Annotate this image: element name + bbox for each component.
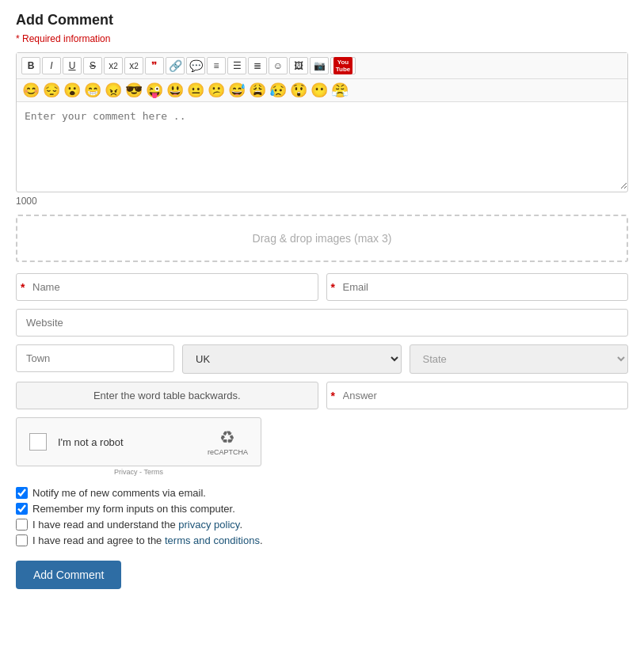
editor-container: B I U S x2 x2 ❞ 🔗 💬 ≡ ☰ ≣ ☺ 🖼 📷 YouTube … [16, 52, 628, 192]
strikethrough-button[interactable]: S [83, 57, 102, 74]
image-button[interactable]: 🖼 [289, 57, 308, 74]
terms-link[interactable]: terms and conditions [165, 534, 260, 546]
captcha-privacy-link[interactable]: Privacy [114, 468, 138, 476]
privacy-label: I have read and understand the privacy p… [32, 519, 242, 531]
captcha-label: I'm not a robot [58, 436, 124, 448]
captcha-box[interactable]: I'm not a robot ♻ reCAPTCHA [16, 417, 261, 466]
emoji-btn[interactable]: 😃 [166, 82, 185, 98]
align-button[interactable]: ≡ [207, 57, 226, 74]
captcha-terms-link[interactable]: Terms [143, 468, 163, 476]
notify-checkbox-item: Notify me of new comments via email. [16, 487, 628, 499]
email-required-star: * [331, 281, 335, 294]
country-field: UK US Canada Australia Germany France Ot… [182, 344, 402, 374]
emoji-btn[interactable]: 😁 [83, 82, 102, 98]
drop-zone[interactable]: Drag & drop images (max 3) [16, 215, 628, 262]
speech-button[interactable]: 💬 [186, 57, 205, 74]
emoji-btn[interactable]: 😕 [207, 82, 226, 98]
subscript-button[interactable]: x2 [124, 57, 143, 74]
challenge-text: Enter the word table backwards. [16, 382, 318, 409]
name-input[interactable] [16, 273, 318, 301]
bold-button[interactable]: B [21, 57, 40, 74]
unordered-list-button[interactable]: ☰ [227, 57, 246, 74]
quote-button[interactable]: ❞ [145, 57, 164, 74]
toolbar: B I U S x2 x2 ❞ 🔗 💬 ≡ ☰ ≣ ☺ 🖼 📷 YouTube [17, 53, 627, 79]
remember-checkbox[interactable] [16, 503, 28, 515]
captcha-checkbox[interactable] [29, 433, 47, 451]
photo-button[interactable]: 📷 [310, 57, 329, 74]
comment-textarea[interactable] [17, 102, 627, 189]
privacy-policy-link[interactable]: privacy policy [178, 519, 239, 531]
emoji-btn[interactable]: 😲 [289, 82, 308, 98]
terms-label: I have read and agree to the terms and c… [32, 534, 263, 546]
state-field: State Alabama Alaska Arizona California … [410, 344, 629, 374]
remember-checkbox-item: Remember my form inputs on this computer… [16, 503, 628, 515]
youtube-button[interactable]: YouTube [330, 57, 356, 74]
emoticon-button[interactable]: ☺ [269, 57, 288, 74]
notify-checkbox[interactable] [16, 487, 28, 499]
captcha-logo: ♻ reCAPTCHA [208, 428, 248, 456]
state-select[interactable]: State Alabama Alaska Arizona California … [410, 344, 629, 374]
answer-required-star: * [331, 390, 335, 402]
town-field [16, 344, 174, 374]
remember-label: Remember my form inputs on this computer… [32, 503, 235, 515]
emoji-btn[interactable]: 😐 [186, 82, 205, 98]
country-select[interactable]: UK US Canada Australia Germany France Ot… [182, 344, 402, 374]
name-email-row: * * [16, 273, 628, 301]
superscript-button[interactable]: x2 [104, 57, 123, 74]
emoji-btn[interactable]: 😩 [248, 82, 267, 98]
email-field: * [326, 273, 629, 301]
checkboxes-section: Notify me of new comments via email. Rem… [16, 487, 628, 546]
emoji-btn[interactable]: 😎 [124, 82, 143, 98]
answer-field: * [326, 382, 629, 409]
emoji-btn[interactable]: 😜 [145, 82, 164, 98]
captcha-icon: ♻ [219, 428, 235, 448]
terms-checkbox-item: I have read and agree to the terms and c… [16, 534, 628, 546]
emoji-btn[interactable]: 😶 [310, 82, 329, 98]
emoji-btn[interactable]: 😥 [269, 82, 288, 98]
challenge-field: Enter the word table backwards. [16, 382, 318, 409]
captcha-brand: reCAPTCHA [208, 448, 248, 456]
drop-zone-label: Drag & drop images (max 3) [253, 232, 392, 245]
ordered-list-button[interactable]: ≣ [248, 57, 267, 74]
emoji-btn[interactable]: 😤 [330, 82, 349, 98]
captcha-row: I'm not a robot ♻ reCAPTCHA Privacy - Te… [16, 417, 628, 476]
page-title: Add Comment [16, 12, 628, 29]
underline-button[interactable]: U [63, 57, 82, 74]
italic-button[interactable]: I [42, 57, 61, 74]
privacy-checkbox[interactable] [16, 519, 28, 531]
emoji-btn[interactable]: 😔 [42, 82, 61, 98]
char-count: 1000 [16, 196, 628, 207]
emoji-btn[interactable]: 😠 [104, 82, 123, 98]
town-input[interactable] [16, 344, 174, 372]
name-required-star: * [21, 281, 25, 294]
privacy-checkbox-item: I have read and understand the privacy p… [16, 519, 628, 531]
emoji-btn[interactable]: 😅 [227, 82, 246, 98]
emoji-btn[interactable]: 😊 [21, 82, 40, 98]
add-comment-button[interactable]: Add Comment [16, 561, 121, 589]
required-info: * Required information [16, 33, 628, 44]
answer-input[interactable] [326, 382, 629, 409]
terms-checkbox[interactable] [16, 534, 28, 546]
emoji-btn[interactable]: 😮 [63, 82, 82, 98]
notify-label: Notify me of new comments via email. [32, 487, 206, 499]
website-row [16, 309, 628, 337]
captcha-links: Privacy - Terms [16, 468, 261, 476]
town-country-state-row: UK US Canada Australia Germany France Ot… [16, 344, 628, 374]
email-input[interactable] [326, 273, 629, 301]
emoji-row: 😊 😔 😮 😁 😠 😎 😜 😃 😐 😕 😅 😩 😥 😲 😶 😤 [17, 79, 627, 102]
website-input[interactable] [16, 309, 628, 337]
challenge-answer-row: Enter the word table backwards. * [16, 382, 628, 409]
link-button[interactable]: 🔗 [166, 57, 185, 74]
name-field: * [16, 273, 318, 301]
